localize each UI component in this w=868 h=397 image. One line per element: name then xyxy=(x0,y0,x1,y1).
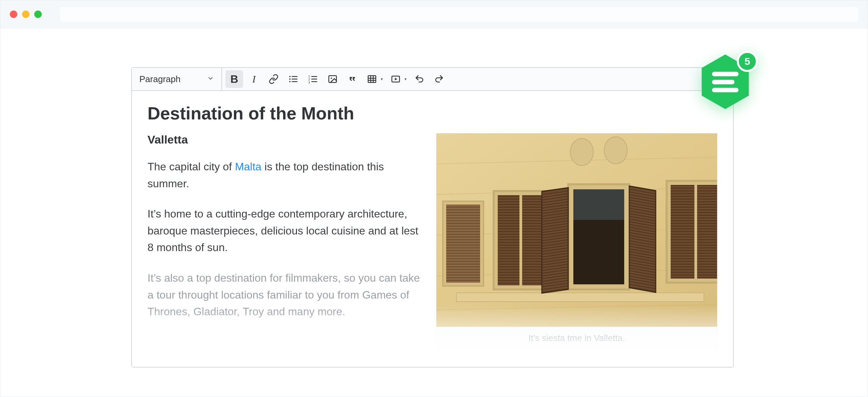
svg-rect-44 xyxy=(542,188,568,293)
svg-rect-14 xyxy=(368,76,376,82)
svg-point-0 xyxy=(289,76,291,77)
svg-rect-40 xyxy=(522,195,544,285)
italic-button[interactable]: I xyxy=(245,70,263,88)
bold-button[interactable]: B xyxy=(225,70,243,88)
svg-point-13 xyxy=(331,78,332,79)
address-bar[interactable] xyxy=(60,7,858,22)
block-style-label: Paragraph xyxy=(139,74,180,84)
svg-rect-43 xyxy=(573,189,624,220)
bold-icon: B xyxy=(230,74,238,84)
svg-point-2 xyxy=(289,81,291,82)
figure-image[interactable] xyxy=(436,133,717,327)
image-button[interactable] xyxy=(324,70,341,88)
content-columns: Valletta The capital city of Malta is th… xyxy=(147,133,717,351)
browser-window: Paragraph B I xyxy=(0,0,868,397)
svg-rect-47 xyxy=(671,185,694,279)
svg-point-1 xyxy=(289,78,291,80)
undo-button[interactable] xyxy=(411,70,428,88)
undo-icon xyxy=(414,74,425,84)
chevron-down-icon xyxy=(207,75,214,83)
figure-caption[interactable]: It's siesta tme in Valletta. xyxy=(436,327,717,351)
svg-point-33 xyxy=(604,137,627,164)
link-button[interactable] xyxy=(265,70,282,88)
list-ol-icon: 1 2 3 xyxy=(308,74,318,84)
table-icon xyxy=(367,74,377,84)
editor-content[interactable]: Destination of the Month Valletta The ca… xyxy=(132,91,733,367)
figure-column: It's siesta tme in Valletta. xyxy=(436,133,717,351)
redo-button[interactable] xyxy=(430,70,448,88)
svg-marker-20 xyxy=(395,78,398,80)
svg-point-32 xyxy=(570,138,593,166)
list-ul-icon xyxy=(288,74,298,84)
document-subtitle[interactable]: Valletta xyxy=(147,133,422,146)
paragraph-2[interactable]: It’s home to a cutting-edge contemporary… xyxy=(147,206,422,256)
quote-icon xyxy=(347,74,357,84)
blockquote-button[interactable] xyxy=(343,70,361,88)
editor-toolbar: Paragraph B I xyxy=(132,68,733,91)
svg-rect-37 xyxy=(446,205,480,283)
toolbar-group: B I xyxy=(222,68,451,90)
link-icon xyxy=(269,74,279,84)
chevron-down-icon: ▾ xyxy=(381,77,383,81)
document-title[interactable]: Destination of the Month xyxy=(147,103,717,124)
svg-rect-45 xyxy=(629,186,656,292)
svg-rect-39 xyxy=(498,195,519,285)
svg-rect-48 xyxy=(697,185,717,279)
rich-text-editor: Paragraph B I xyxy=(131,67,734,367)
svg-rect-35 xyxy=(456,293,704,302)
paragraph-text: The capital city of xyxy=(147,160,235,173)
ordered-list-button[interactable]: 1 2 3 xyxy=(304,70,322,88)
media-icon xyxy=(391,74,401,84)
content-figure[interactable]: It's siesta tme in Valletta. xyxy=(436,133,717,351)
window-minimize-button[interactable] xyxy=(22,11,29,18)
window-close-button[interactable] xyxy=(10,11,17,18)
chevron-down-icon: ▾ xyxy=(405,77,407,81)
block-style-dropdown[interactable]: Paragraph xyxy=(132,68,222,90)
text-column[interactable]: Valletta The capital city of Malta is th… xyxy=(147,133,422,320)
notifications-hex-badge[interactable]: 5 xyxy=(700,53,750,111)
paragraph-1[interactable]: The capital city of Malta is the top des… xyxy=(147,158,422,192)
malta-link[interactable]: Malta xyxy=(235,160,261,173)
image-icon xyxy=(328,74,338,84)
unordered-list-button[interactable] xyxy=(284,70,302,88)
window-zoom-button[interactable] xyxy=(34,11,42,18)
svg-text:3: 3 xyxy=(308,81,310,84)
notifications-count-badge: 5 xyxy=(737,51,758,72)
window-titlebar xyxy=(0,0,868,28)
italic-icon: I xyxy=(252,74,256,84)
table-button[interactable]: ▾ xyxy=(363,70,385,88)
redo-icon xyxy=(434,74,444,84)
media-button[interactable]: ▾ xyxy=(387,70,409,88)
paragraph-3[interactable]: It’s also a top destination for filmmake… xyxy=(147,270,422,320)
